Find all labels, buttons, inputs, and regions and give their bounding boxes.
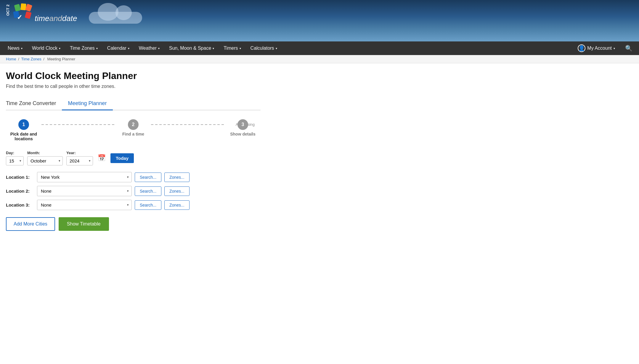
step-2-circle: 2 bbox=[128, 119, 139, 130]
main-content: World Clock Meeting Planner Find the bes… bbox=[0, 63, 266, 238]
today-button[interactable]: Today bbox=[110, 153, 134, 163]
location-2-select-wrapper: None ▾ bbox=[37, 186, 132, 196]
breadcrumb-current: Meeting Planner bbox=[47, 57, 76, 61]
location-section: Location 1: New York ▾ Search... Zones..… bbox=[6, 172, 261, 210]
location-row-3: Location 3: None ▾ Search... Zones... bbox=[6, 200, 261, 210]
nav-right: 👤 My Account ▾ 🔍 bbox=[574, 41, 636, 55]
breadcrumb-home[interactable]: Home bbox=[6, 57, 16, 61]
chevron-down-icon: ▾ bbox=[240, 47, 241, 50]
logo-icons: ✓ bbox=[12, 3, 33, 24]
icon-green bbox=[14, 4, 21, 12]
cloud-decoration bbox=[89, 12, 142, 24]
day-select[interactable]: 15 bbox=[6, 156, 24, 165]
chevron-down-icon: ▾ bbox=[21, 47, 23, 50]
location-2-select[interactable]: None bbox=[37, 186, 132, 196]
month-select-wrapper: October ▾ bbox=[27, 156, 63, 165]
step-3-circle: 3 bbox=[237, 119, 248, 130]
location-2-zones-button[interactable]: Zones... bbox=[164, 186, 190, 196]
chevron-down-icon: ▾ bbox=[213, 47, 214, 50]
location-3-zones-button[interactable]: Zones... bbox=[164, 200, 190, 210]
chevron-down-icon: ▾ bbox=[128, 47, 129, 50]
add-more-cities-button[interactable]: Add More Cities bbox=[6, 217, 55, 231]
step-3-label: Show details bbox=[225, 132, 261, 136]
tabs: Time Zone Converter Meeting Planner bbox=[6, 97, 261, 110]
location-3-select-wrapper: None ▾ bbox=[37, 200, 132, 210]
year-select-wrapper: 2024 ▾ bbox=[66, 156, 93, 165]
show-timetable-button[interactable]: Show Timetable bbox=[59, 217, 109, 231]
location-2-label: Location 2: bbox=[6, 189, 34, 194]
step-1: 1 Pick date and locations bbox=[6, 119, 41, 141]
year-group: Year: 2024 ▾ bbox=[66, 151, 93, 165]
account-icon: 👤 bbox=[578, 44, 585, 52]
year-select[interactable]: 2024 bbox=[66, 156, 93, 165]
day-select-wrapper: 15 ▾ bbox=[6, 156, 24, 165]
location-row-2: Location 2: None ▾ Search... Zones... bbox=[6, 186, 261, 196]
logo-text: timeanddate bbox=[35, 14, 77, 23]
month-group: Month: October ▾ bbox=[27, 151, 63, 165]
nav-item-calendar[interactable]: Calendar ▾ bbox=[102, 41, 134, 55]
chevron-down-icon: ▾ bbox=[96, 47, 98, 50]
tab-time-zone-converter[interactable]: Time Zone Converter bbox=[6, 97, 62, 110]
location-row-1: Location 1: New York ▾ Search... Zones..… bbox=[6, 172, 261, 182]
breadcrumb: Home / Time Zones / Meeting Planner bbox=[0, 55, 639, 63]
location-1-select[interactable]: New York bbox=[37, 172, 132, 182]
month-label: Month: bbox=[27, 151, 63, 155]
breadcrumb-section[interactable]: Time Zones bbox=[21, 57, 41, 61]
step-2: 2 Find a time bbox=[115, 119, 151, 136]
month-select[interactable]: October bbox=[27, 156, 63, 165]
action-row: Add More Cities Show Timetable bbox=[6, 217, 261, 231]
nav-item-weather[interactable]: Weather ▾ bbox=[134, 41, 164, 55]
location-1-select-wrapper: New York ▾ bbox=[37, 172, 132, 182]
chevron-down-icon: ▾ bbox=[614, 47, 615, 50]
site-header: OCT 2 ✓ timeanddate bbox=[0, 0, 639, 41]
logo[interactable]: ✓ timeanddate bbox=[12, 3, 77, 24]
location-1-label: Location 1: bbox=[6, 175, 34, 180]
location-3-select[interactable]: None bbox=[37, 200, 132, 210]
step-1-label: Pick date and locations bbox=[6, 132, 41, 141]
date-row: Day: 15 ▾ Month: October ▾ Year: bbox=[6, 151, 261, 165]
location-1-zones-button[interactable]: Zones... bbox=[164, 173, 190, 182]
year-label: Year: bbox=[66, 151, 93, 155]
step-line-2-3 bbox=[151, 124, 225, 125]
location-3-label: Location 3: bbox=[6, 202, 34, 207]
nav-account[interactable]: 👤 My Account ▾ bbox=[574, 41, 619, 55]
nav-item-sun-moon-space[interactable]: Sun, Moon & Space ▾ bbox=[164, 41, 219, 55]
page-subtitle: Find the best time to call people in oth… bbox=[6, 84, 261, 89]
step-3: 3 Show details bbox=[225, 119, 261, 136]
day-group: Day: 15 ▾ bbox=[6, 151, 24, 165]
location-1-search-button[interactable]: Search... bbox=[135, 173, 161, 182]
date-section: Day: 15 ▾ Month: October ▾ Year: bbox=[6, 151, 261, 165]
date-badge: OCT 2 bbox=[6, 4, 10, 16]
location-3-search-button[interactable]: Search... bbox=[135, 200, 161, 210]
step-line-1-2 bbox=[41, 124, 115, 125]
nav-left: News ▾ World Clock ▾ Time Zones ▾ Calend… bbox=[3, 41, 282, 55]
location-2-search-button[interactable]: Search... bbox=[135, 186, 161, 196]
chevron-down-icon: ▾ bbox=[59, 47, 60, 50]
nav-item-news[interactable]: News ▾ bbox=[3, 41, 27, 55]
stepper: 1 Pick date and locations 2 Find a time … bbox=[6, 119, 261, 141]
nav-item-timers[interactable]: Timers ▾ bbox=[219, 41, 245, 55]
day-label: Day: bbox=[6, 151, 24, 155]
tab-meeting-planner[interactable]: Meeting Planner bbox=[62, 97, 113, 110]
nav-item-calculators[interactable]: Calculators ▾ bbox=[246, 41, 282, 55]
chevron-down-icon: ▾ bbox=[276, 47, 277, 50]
step-2-label: Find a time bbox=[115, 132, 151, 136]
main-nav: News ▾ World Clock ▾ Time Zones ▾ Calend… bbox=[0, 41, 639, 55]
search-icon[interactable]: 🔍 bbox=[622, 42, 636, 55]
page-title: World Clock Meeting Planner bbox=[6, 70, 261, 81]
nav-item-world-clock[interactable]: World Clock ▾ bbox=[27, 41, 65, 55]
icon-orange bbox=[25, 4, 32, 12]
calendar-icon-button[interactable]: 📅 bbox=[97, 154, 107, 162]
icon-red bbox=[25, 11, 32, 19]
chevron-down-icon: ▾ bbox=[158, 47, 160, 50]
nav-item-time-zones[interactable]: Time Zones ▾ bbox=[65, 41, 102, 55]
step-1-circle: 1 bbox=[18, 119, 29, 130]
checkmark-icon: ✓ bbox=[17, 14, 22, 21]
